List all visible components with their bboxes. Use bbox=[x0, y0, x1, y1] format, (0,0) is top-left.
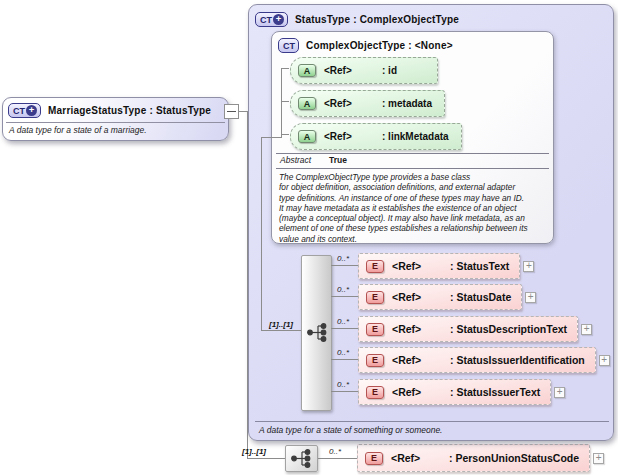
expand-plus-button[interactable]: + bbox=[523, 261, 534, 272]
connector-line bbox=[247, 458, 285, 459]
type-description: The ComplexObjectType type provides a ba… bbox=[279, 172, 551, 244]
element-icon: E bbox=[366, 260, 384, 273]
element-row-status-date[interactable]: 0..* E <Ref> : StatusDate + bbox=[337, 284, 536, 310]
connector-line bbox=[281, 68, 289, 69]
connector-line bbox=[331, 265, 358, 266]
complex-object-type-box[interactable]: CT ComplexObjectType : <None> A <Ref> : … bbox=[271, 31, 554, 244]
type-title: StatusType : ComplexObjectType bbox=[295, 14, 459, 25]
ct-icon-label: CT bbox=[13, 106, 25, 116]
element-row-status-text[interactable]: 0..* E <Ref> : StatusText + bbox=[337, 253, 534, 279]
divider bbox=[255, 421, 609, 422]
connector-line bbox=[331, 359, 358, 360]
abstract-value: True bbox=[329, 155, 347, 165]
abstract-label: Abstract bbox=[280, 155, 311, 165]
divider bbox=[276, 153, 549, 154]
connector-line bbox=[247, 111, 248, 459]
attribute-name: : metadata bbox=[382, 98, 432, 109]
element-row-status-description-text[interactable]: 0..* E <Ref> : StatusDescriptionText + bbox=[337, 316, 592, 342]
ref-label: <Ref> bbox=[392, 260, 450, 272]
derived-plus-icon: + bbox=[273, 14, 284, 25]
cardinality-label: 0..* bbox=[337, 317, 358, 326]
attribute-row-metadata[interactable]: A <Ref> : metadata bbox=[290, 90, 445, 117]
element-name: : PersonUnionStatusCode bbox=[449, 452, 579, 464]
ct-icon-label: CT bbox=[283, 41, 295, 51]
ct-icon-label: CT bbox=[260, 15, 272, 25]
annotation-text: A data type for a state of a marriage. bbox=[9, 125, 147, 135]
ref-label: <Ref> bbox=[324, 65, 382, 76]
connector-line bbox=[331, 328, 358, 329]
complex-type-icon: CT bbox=[278, 38, 299, 53]
collapse-dash-icon bbox=[227, 111, 236, 112]
element-name: : StatusIssuerText bbox=[450, 386, 540, 398]
divider bbox=[6, 122, 225, 123]
type-header: CT ComplexObjectType : <None> bbox=[278, 38, 453, 53]
status-type-box[interactable]: CT + StatusType : ComplexObjectType CT C… bbox=[248, 4, 614, 441]
expand-plus-button[interactable]: + bbox=[599, 355, 610, 366]
expand-plus-button[interactable]: + bbox=[593, 453, 604, 464]
ref-label: <Ref> bbox=[324, 131, 382, 142]
schema-diagram-canvas: { "colors": { "container_fill": "#d8d8f4… bbox=[0, 0, 618, 475]
element-name: : StatusText bbox=[450, 260, 509, 272]
connector-line bbox=[281, 134, 289, 135]
attribute-icon: A bbox=[298, 97, 316, 110]
connector-line bbox=[331, 391, 358, 392]
attribute-name: : linkMetadata bbox=[382, 131, 449, 142]
ref-label: <Ref> bbox=[392, 291, 450, 303]
expand-plus-button[interactable]: + bbox=[525, 292, 536, 303]
element-row-status-issuer-identification[interactable]: 0..* E <Ref> : StatusIssuerIdentificatio… bbox=[337, 347, 610, 373]
type-title: MarriageStatusType : StatusType bbox=[48, 105, 211, 116]
element-row-person-union-status-code[interactable]: 0..* E <Ref> : PersonUnionStatusCode + bbox=[329, 444, 604, 472]
connector-line bbox=[281, 68, 282, 138]
ref-label: <Ref> bbox=[391, 452, 449, 464]
element-row-status-issuer-text[interactable]: 0..* E <Ref> : StatusIssuerText + bbox=[337, 379, 565, 405]
connector-line bbox=[331, 296, 358, 297]
ref-label: <Ref> bbox=[392, 386, 450, 398]
connector-line bbox=[318, 458, 357, 459]
expand-plus-button[interactable]: + bbox=[554, 387, 565, 398]
complex-type-icon: CT + bbox=[8, 103, 41, 118]
sequence-icon bbox=[290, 448, 313, 469]
attribute-icon: A bbox=[298, 64, 316, 77]
cardinality-label: [1]..[1] bbox=[242, 447, 266, 456]
element-name: : StatusDescriptionText bbox=[450, 323, 567, 335]
element-name: : StatusIssuerIdentification bbox=[450, 354, 585, 366]
sequence-bar bbox=[301, 255, 332, 411]
attribute-row-id[interactable]: A <Ref> : id bbox=[290, 57, 438, 84]
connector-line bbox=[261, 330, 301, 331]
sequence-icon-box bbox=[285, 445, 318, 472]
element-icon: E bbox=[365, 452, 383, 465]
ref-label: <Ref> bbox=[392, 323, 450, 335]
cardinality-label: 0..* bbox=[329, 447, 357, 456]
marriage-status-type-box[interactable]: CT + MarriageStatusType : StatusType A d… bbox=[2, 97, 229, 141]
connector-line bbox=[261, 137, 262, 331]
type-header: CT + MarriageStatusType : StatusType bbox=[8, 103, 211, 118]
attribute-row-link-metadata[interactable]: A <Ref> : linkMetadata bbox=[290, 123, 462, 150]
attribute-name: : id bbox=[382, 65, 397, 76]
attribute-icon: A bbox=[298, 130, 316, 143]
element-name: : StatusDate bbox=[450, 291, 511, 303]
type-title: ComplexObjectType : <None> bbox=[306, 40, 453, 51]
element-icon: E bbox=[366, 354, 384, 367]
sequence-icon bbox=[306, 322, 329, 343]
derived-plus-icon: + bbox=[26, 105, 37, 116]
divider bbox=[276, 168, 549, 169]
cardinality-label: 0..* bbox=[337, 285, 358, 294]
cardinality-label: 0..* bbox=[337, 254, 358, 263]
cardinality-label: 0..* bbox=[337, 348, 358, 357]
connector-line bbox=[281, 101, 289, 102]
complex-type-icon: CT + bbox=[255, 12, 288, 27]
expand-plus-button[interactable]: + bbox=[581, 324, 592, 335]
cardinality-label: [1]..[1] bbox=[269, 320, 293, 329]
ref-label: <Ref> bbox=[392, 354, 450, 366]
element-icon: E bbox=[366, 291, 384, 304]
annotation-text: A data type for a state of something or … bbox=[259, 425, 443, 435]
cardinality-label: 0..* bbox=[337, 380, 358, 389]
ref-label: <Ref> bbox=[324, 98, 382, 109]
connector-line bbox=[261, 137, 282, 138]
type-header: CT + StatusType : ComplexObjectType bbox=[255, 12, 459, 27]
element-icon: E bbox=[366, 386, 384, 399]
expand-toggle[interactable] bbox=[224, 104, 239, 119]
element-icon: E bbox=[366, 323, 384, 336]
